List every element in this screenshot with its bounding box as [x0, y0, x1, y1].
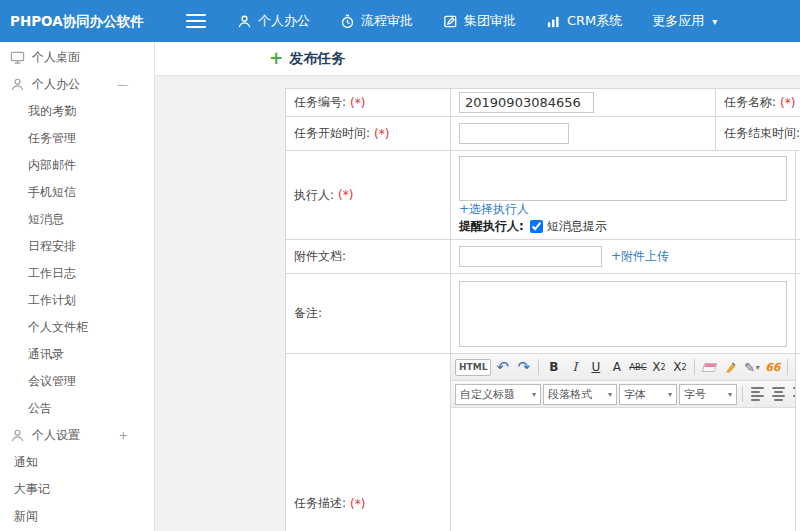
nav-label: CRM系统	[567, 12, 622, 30]
sms-remind-option-label: 短消息提示	[547, 218, 607, 235]
toolbar-separator	[787, 359, 788, 375]
form-row-task-time: 任务开始时间:(*) 任务结束时间:(*)	[286, 117, 800, 151]
sidebar-item-label: 我的考勤	[28, 103, 76, 120]
sidebar-item-label: 个人设置	[32, 427, 80, 444]
sidebar-item-file-cabinet[interactable]: 个人文件柜	[0, 314, 154, 341]
sms-remind-checkbox[interactable]	[530, 220, 543, 233]
toolbar-separator	[742, 386, 743, 402]
form-row-description: 任务描述:(*) HTML ↶ ↷ B I U A ABC X2 X2	[286, 354, 800, 531]
main-content: + 发布任务 任务编号:(*) 任务名称:(*) 任务开始时间:(*)	[155, 42, 800, 531]
strikethrough-button[interactable]: ABC	[628, 357, 647, 377]
attachment-input[interactable]	[459, 246, 602, 267]
blockquote-button[interactable]: 66	[763, 357, 782, 377]
form-row-task-number: 任务编号:(*) 任务名称:(*)	[286, 89, 800, 117]
align-center-icon[interactable]	[769, 384, 788, 404]
sidebar-item-label: 通知	[14, 454, 38, 471]
source-code-button[interactable]: HTML	[455, 359, 491, 376]
custom-heading-dropdown[interactable]: 自定义标题▾	[455, 384, 541, 405]
sidebar-item-work-log[interactable]: 工作日志	[0, 260, 154, 287]
nav-label: 流程审批	[361, 12, 413, 30]
chevron-down-icon: ▾	[728, 390, 732, 399]
user-icon	[10, 77, 25, 92]
edit-icon	[443, 14, 458, 29]
user-gear-icon	[10, 428, 25, 443]
italic-button[interactable]: I	[565, 357, 584, 377]
sidebar-item-label: 任务管理	[28, 130, 76, 147]
sidebar-item-label: 大事记	[14, 481, 50, 498]
sidebar-item-schedule[interactable]: 日程安排	[0, 233, 154, 260]
menu-toggle-icon[interactable]	[186, 14, 206, 28]
start-time-label: 任务开始时间:(*)	[286, 117, 451, 150]
sidebar-item-task-management[interactable]: 任务管理	[0, 125, 154, 152]
sidebar-item-attendance[interactable]: 我的考勤	[0, 98, 154, 125]
sidebar-item-internal-mail[interactable]: 内部邮件	[0, 152, 154, 179]
select-executor-link[interactable]: +选择执行人	[459, 201, 529, 218]
sidebar-item-desktop[interactable]: 个人桌面	[0, 44, 154, 71]
toolbar-separator	[694, 359, 695, 375]
bar-chart-icon	[546, 14, 561, 29]
task-number-input[interactable]	[459, 92, 594, 113]
nav-label: 个人办公	[258, 12, 310, 30]
editor-content-area[interactable]	[451, 408, 795, 531]
sidebar-item-short-message[interactable]: 短消息	[0, 206, 154, 233]
user-icon	[237, 14, 252, 29]
task-number-label: 任务编号:(*)	[286, 89, 451, 116]
sidebar-item-label: 通讯录	[28, 346, 64, 363]
nav-personal-office[interactable]: 个人办公	[222, 0, 325, 42]
required-mark: (*)	[780, 96, 795, 110]
sidebar-item-work-plan[interactable]: 工作计划	[0, 287, 154, 314]
align-right-icon[interactable]	[790, 384, 795, 404]
font-color-button[interactable]: A▾	[793, 357, 795, 377]
sidebar-item-notification[interactable]: 通知	[0, 449, 154, 476]
nav-group-approval[interactable]: 集团审批	[428, 0, 531, 42]
nav-crm[interactable]: CRM系统	[531, 0, 637, 42]
sidebar-item-label: 个人桌面	[32, 49, 80, 66]
sidebar: 个人桌面 个人办公 — 我的考勤 任务管理 内部邮件 手机短信 短消息 日程安排…	[0, 42, 155, 531]
sidebar-item-label: 个人办公	[32, 76, 80, 93]
format-brush-icon[interactable]	[721, 357, 740, 377]
required-mark: (*)	[350, 497, 365, 511]
end-time-label: 任务结束时间:(*)	[716, 117, 800, 150]
sidebar-item-sms[interactable]: 手机短信	[0, 179, 154, 206]
start-time-input[interactable]	[459, 123, 569, 144]
font-style-button[interactable]: A	[607, 357, 626, 377]
underline-button[interactable]: U	[586, 357, 605, 377]
superscript-button[interactable]: X2	[649, 357, 668, 377]
collapse-icon[interactable]: —	[117, 71, 128, 98]
form-row-executor: 执行人:(*) +选择执行人 提醒执行人: 短消息提示	[286, 151, 800, 240]
subscript-button[interactable]: X2	[670, 357, 689, 377]
sidebar-item-personal-office[interactable]: 个人办公 —	[0, 71, 154, 98]
sidebar-item-news[interactable]: 新闻	[0, 503, 154, 530]
align-left-icon[interactable]	[748, 384, 767, 404]
sidebar-item-label: 日程安排	[28, 238, 76, 255]
remark-label: 备注:	[286, 274, 451, 353]
upload-attachment-link[interactable]: +附件上传	[611, 248, 669, 265]
chevron-down-icon: ▾	[608, 390, 612, 399]
chevron-down-icon: ▾	[668, 390, 672, 399]
sidebar-item-personal-settings[interactable]: 个人设置 +	[0, 422, 154, 449]
expand-icon[interactable]: +	[119, 422, 128, 449]
redo-icon[interactable]: ↷	[514, 357, 533, 377]
top-nav: 个人办公 流程审批 集团审批 CRM系统 更多应用 ▾	[178, 0, 732, 42]
bold-button[interactable]: B	[544, 357, 563, 377]
sidebar-item-events[interactable]: 大事记	[0, 476, 154, 503]
paragraph-format-dropdown[interactable]: 段落格式▾	[543, 384, 617, 405]
eraser-icon[interactable]	[700, 357, 719, 377]
nav-workflow-approval[interactable]: 流程审批	[325, 0, 428, 42]
required-mark: (*)	[338, 188, 353, 202]
desktop-icon	[10, 50, 25, 65]
sidebar-item-label: 短消息	[28, 211, 64, 228]
sidebar-item-meeting[interactable]: 会议管理	[0, 368, 154, 395]
sidebar-item-label: 手机短信	[28, 184, 76, 201]
highlight-pen-icon[interactable]: ✎▾	[742, 357, 761, 377]
sidebar-item-label: 会议管理	[28, 373, 76, 390]
nav-more-apps[interactable]: 更多应用 ▾	[637, 0, 732, 42]
font-size-dropdown[interactable]: 字号▾	[679, 384, 737, 405]
sidebar-item-contacts[interactable]: 通讯录	[0, 341, 154, 368]
font-family-dropdown[interactable]: 字体▾	[619, 384, 677, 405]
sidebar-item-announcement[interactable]: 公告	[0, 395, 154, 422]
undo-icon[interactable]: ↶	[493, 357, 512, 377]
executor-textarea[interactable]	[459, 156, 787, 201]
page-title: 发布任务	[289, 50, 345, 68]
remark-textarea[interactable]	[459, 281, 787, 347]
